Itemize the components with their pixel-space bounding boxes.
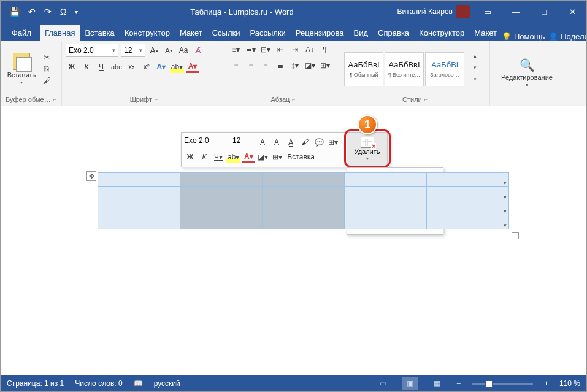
- font-size-select[interactable]: 12: [121, 44, 145, 57]
- table-row[interactable]: [98, 201, 509, 215]
- borders-icon[interactable]: ⊞▾: [319, 60, 331, 72]
- style-nospacing[interactable]: АаБбВвІ ¶ Без инте…: [385, 52, 424, 86]
- change-case-icon[interactable]: Aa: [177, 44, 190, 56]
- tab-help[interactable]: Справка: [373, 25, 414, 41]
- table-move-handle[interactable]: ✥: [86, 171, 96, 181]
- mini-bold[interactable]: Ж: [184, 151, 196, 163]
- zoom-level[interactable]: 110 %: [559, 379, 580, 388]
- font-color-icon[interactable]: A▾: [186, 61, 199, 73]
- mini-underline[interactable]: Ч▾: [212, 151, 224, 163]
- tab-file[interactable]: Файл: [3, 25, 40, 41]
- align-center-icon[interactable]: ≡: [245, 60, 257, 72]
- mini-highlight-icon[interactable]: ab▾: [226, 151, 240, 163]
- zoom-out-button[interactable]: −: [456, 379, 461, 388]
- italic-button[interactable]: К: [80, 61, 93, 73]
- text-effects-icon[interactable]: A▾: [155, 61, 167, 73]
- styles-scroll-down-icon[interactable]: ▾: [469, 64, 480, 74]
- paste-button[interactable]: Вставить ▾: [4, 53, 39, 85]
- shrink-font-icon[interactable]: A▾: [163, 44, 175, 56]
- align-right-icon[interactable]: ≡: [259, 60, 272, 72]
- undo-icon[interactable]: ↶: [28, 7, 36, 17]
- omega-icon[interactable]: Ω: [60, 7, 66, 17]
- tab-insert[interactable]: Вставка: [80, 25, 119, 41]
- status-page[interactable]: Страница: 1 из 1: [7, 379, 64, 388]
- tab-layout[interactable]: Макет: [175, 25, 207, 41]
- subscript-button[interactable]: x₂: [126, 61, 138, 73]
- close-button[interactable]: ✕: [558, 1, 586, 23]
- strike-button[interactable]: abc: [110, 61, 123, 73]
- minimize-button[interactable]: —: [502, 1, 530, 23]
- tab-home[interactable]: Главная: [40, 25, 80, 41]
- style-heading1[interactable]: АаБбВі Заголово…: [425, 52, 464, 86]
- document-table[interactable]: ✥: [98, 172, 509, 229]
- redo-icon[interactable]: ↷: [44, 7, 52, 17]
- tab-view[interactable]: Вид: [349, 25, 374, 41]
- tab-table-design[interactable]: Конструктор: [414, 25, 469, 41]
- style-normal[interactable]: АаБбВвІ ¶ Обычный: [344, 52, 383, 86]
- zoom-in-button[interactable]: +: [544, 379, 548, 388]
- status-words[interactable]: Число слов: 0: [75, 379, 122, 388]
- align-left-icon[interactable]: ≡: [230, 60, 242, 72]
- mini-shrink-icon[interactable]: A: [270, 136, 283, 148]
- show-marks-icon[interactable]: ¶: [318, 44, 331, 56]
- find-button[interactable]: 🔍 Редактирование ▾: [510, 58, 544, 88]
- mini-italic[interactable]: К: [198, 151, 210, 163]
- clear-format-icon[interactable]: A̸: [192, 44, 204, 56]
- mini-font-color-icon[interactable]: A▾: [242, 151, 255, 163]
- styles-expand-icon[interactable]: ▿: [469, 76, 480, 86]
- font-name-select[interactable]: Exo 2.0: [66, 44, 118, 57]
- superscript-button[interactable]: x²: [140, 61, 153, 73]
- user-account[interactable]: Виталий Каиров: [397, 5, 474, 18]
- qat-dropdown-icon[interactable]: ▾: [75, 9, 78, 15]
- mini-insert-icon[interactable]: ⊞▾: [327, 136, 339, 148]
- status-language[interactable]: русский: [154, 379, 180, 388]
- mini-new-comment-icon[interactable]: 💬: [313, 136, 325, 148]
- shading-icon[interactable]: ◪▾: [304, 60, 317, 72]
- styles-scroll-up-icon[interactable]: ▴: [469, 53, 480, 63]
- maximize-button[interactable]: □: [530, 1, 558, 23]
- highlight-icon[interactable]: ab▾: [170, 61, 184, 73]
- bold-button[interactable]: Ж: [66, 61, 78, 73]
- tab-design[interactable]: Конструктор: [120, 25, 175, 41]
- line-spacing-icon[interactable]: ‡▾: [289, 60, 301, 72]
- horizontal-ruler[interactable]: [1, 106, 586, 117]
- numbering-icon[interactable]: ≣▾: [245, 44, 257, 56]
- mini-font-size[interactable]: 12: [232, 136, 255, 148]
- tab-references[interactable]: Ссылки: [207, 25, 245, 41]
- cut-icon[interactable]: ✂: [41, 53, 52, 63]
- tab-review[interactable]: Рецензирова: [291, 25, 349, 41]
- mini-insert-button[interactable]: Вставка: [285, 151, 317, 163]
- format-painter-icon[interactable]: 🖌: [41, 76, 52, 86]
- tab-mailings[interactable]: Рассылки: [245, 25, 290, 41]
- delete-split-button[interactable]: Удалить ▾: [347, 132, 388, 166]
- ribbon-options-button[interactable]: ▭: [474, 1, 502, 23]
- grow-font-icon[interactable]: A▴: [148, 44, 160, 56]
- mini-format-painter-icon[interactable]: 🖌: [299, 136, 311, 148]
- underline-button[interactable]: Ч: [95, 61, 107, 73]
- copy-icon[interactable]: ⎘: [41, 64, 52, 74]
- table-row[interactable]: [98, 187, 509, 201]
- decrease-indent-icon[interactable]: ⇤: [274, 44, 286, 56]
- zoom-slider[interactable]: [472, 383, 533, 385]
- sort-icon[interactable]: A↓: [304, 44, 316, 56]
- read-mode-icon[interactable]: ▭: [375, 377, 391, 390]
- mini-styles-icon[interactable]: A̲: [285, 136, 297, 148]
- web-layout-icon[interactable]: ▦: [429, 377, 445, 390]
- mini-font-name[interactable]: Exo 2.0: [184, 136, 231, 148]
- tab-table-layout[interactable]: Макет: [469, 25, 502, 41]
- print-layout-icon[interactable]: ▣: [402, 377, 418, 390]
- share-button[interactable]: 👤 Поделиться: [548, 32, 587, 41]
- justify-icon[interactable]: ≣: [274, 60, 286, 72]
- increase-indent-icon[interactable]: ⇥: [289, 44, 301, 56]
- mini-grow-icon[interactable]: A: [256, 136, 269, 148]
- tell-me[interactable]: 💡 Помощь: [502, 32, 545, 41]
- bullets-icon[interactable]: ≡▾: [230, 44, 242, 56]
- save-icon[interactable]: 💾: [9, 7, 20, 17]
- table-row[interactable]: [98, 215, 509, 229]
- proofing-icon[interactable]: 📖: [134, 379, 143, 388]
- table-row[interactable]: [98, 173, 509, 187]
- mini-shading-icon[interactable]: ◪▾: [256, 151, 269, 163]
- multilevel-icon[interactable]: ⊟▾: [259, 44, 272, 56]
- table-resize-handle[interactable]: [512, 232, 519, 239]
- mini-borders-icon[interactable]: ⊞▾: [271, 151, 283, 163]
